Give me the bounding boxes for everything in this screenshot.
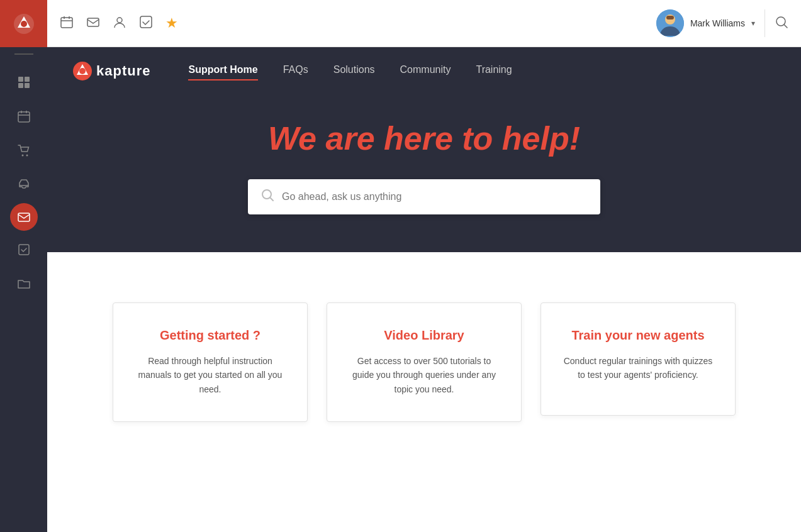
calendar-icon[interactable] [9, 101, 39, 131]
search-top-icon[interactable] [775, 15, 788, 32]
nav-links: Support Home FAQs Solutions Community Tr… [188, 64, 512, 78]
card-getting-started-title: Getting started ? [160, 328, 260, 343]
svg-rect-2 [18, 77, 23, 82]
star-top-icon[interactable]: ★ [165, 15, 178, 31]
folder-icon[interactable] [9, 269, 39, 299]
svg-rect-15 [61, 18, 72, 28]
sidebar-icons [0, 67, 47, 299]
cards-section: Getting started ? Read through helpful i… [47, 252, 801, 532]
svg-rect-19 [87, 18, 99, 26]
sidebar-logo[interactable] [0, 0, 47, 47]
svg-rect-3 [25, 77, 30, 82]
topbar-left: ★ [60, 15, 178, 32]
email-active-icon[interactable] [10, 203, 38, 231]
contact-top-icon[interactable] [113, 15, 126, 32]
svg-rect-21 [140, 16, 152, 28]
chevron-down-icon: ▾ [751, 19, 755, 28]
search-bar-icon [260, 188, 274, 206]
cart-icon[interactable] [9, 135, 39, 165]
hero-section: kapture Support Home FAQs Solutions Comm… [47, 47, 801, 252]
svg-point-1 [21, 21, 27, 27]
user-name: Mark Williams [690, 18, 745, 28]
card-getting-started: Getting started ? Read through helpful i… [113, 302, 308, 422]
search-bar[interactable] [248, 179, 600, 214]
nav-bar: kapture Support Home FAQs Solutions Comm… [47, 47, 801, 94]
card-video-library-title: Video Library [384, 328, 464, 343]
svg-line-30 [270, 197, 273, 201]
nav-solutions[interactable]: Solutions [333, 64, 375, 78]
card-train-agents: Train your new agents Conduct regular tr… [541, 302, 736, 416]
svg-rect-6 [18, 112, 30, 122]
hero-title: We are here to help! [268, 119, 580, 157]
card-train-agents-text: Conduct regular trainings with quizzes t… [560, 354, 716, 382]
card-getting-started-text: Read through helpful instruction manuals… [132, 354, 288, 396]
nav-community[interactable]: Community [400, 64, 451, 78]
svg-line-26 [784, 25, 787, 28]
svg-rect-24 [666, 16, 674, 19]
svg-point-28 [79, 68, 86, 74]
topbar-right: Mark Williams ▾ [656, 9, 788, 37]
topbar: ★ Mark Williams ▾ [47, 0, 801, 47]
nav-training[interactable]: Training [476, 64, 512, 78]
user-info[interactable]: Mark Williams ▾ [656, 9, 765, 37]
logo-text: kapture [96, 63, 150, 79]
avatar [656, 9, 684, 37]
mail-top-icon[interactable] [86, 15, 100, 32]
sidebar [0, 0, 47, 532]
card-video-library-text: Get access to over 500 tutorials to guid… [346, 354, 502, 396]
nav-logo[interactable]: kapture [72, 61, 150, 81]
checklist-icon[interactable] [9, 235, 39, 265]
content: kapture Support Home FAQs Solutions Comm… [47, 47, 801, 532]
check-top-icon[interactable] [139, 15, 153, 32]
svg-rect-4 [18, 83, 23, 88]
sidebar-divider [14, 53, 33, 55]
main-content: ★ Mark Williams ▾ [47, 0, 801, 532]
svg-point-10 [21, 155, 23, 157]
search-input[interactable] [282, 191, 588, 202]
svg-point-20 [117, 18, 122, 23]
card-video-library: Video Library Get access to over 500 tut… [327, 302, 522, 422]
svg-rect-5 [25, 83, 30, 88]
grid-icon[interactable] [9, 67, 39, 97]
calendar-top-icon[interactable] [60, 15, 74, 32]
nav-faqs[interactable]: FAQs [283, 64, 308, 78]
svg-point-11 [26, 155, 28, 157]
svg-rect-14 [19, 245, 29, 255]
card-train-agents-title: Train your new agents [571, 328, 704, 343]
svg-rect-13 [18, 213, 30, 221]
nav-support-home[interactable]: Support Home [188, 64, 257, 78]
inbox-icon[interactable] [9, 169, 39, 199]
